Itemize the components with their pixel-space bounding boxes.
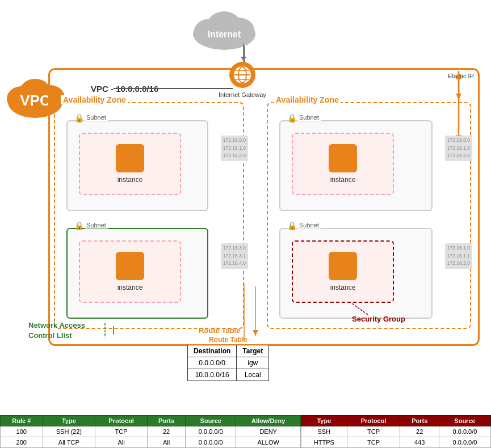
vpc-cidr-label: VPC - 10.0.0.0/16: [91, 84, 158, 94]
sg-col-header: Source: [439, 416, 491, 426]
sg-row: HTTPSTCP4430.0.0.0/0: [301, 437, 491, 448]
subnet-bottom-left: 🔒 Subnet instance 172.16.3.0 172.16.3.1 …: [66, 228, 208, 319]
sg-cell: TCP: [347, 426, 400, 437]
subnet-top-left: 🔒 Subnet instance 172.16.0.0 172.16.1.0 …: [66, 120, 208, 211]
nacl-cell: All TCP: [43, 437, 95, 448]
ip-labels-tr: 172.16.0.0 172.16.1.0 172.16.2.0: [445, 136, 472, 161]
ip-labels-tl: 172.16.0.0 172.16.1.0 172.16.2.0: [221, 136, 248, 161]
bottom-tables: Rule #TypeProtocolPortsSourceAllow/Deny …: [0, 415, 491, 448]
internet-label: Internet: [208, 29, 241, 39]
instance-box-br: instance: [292, 240, 394, 303]
nacl-row: 100SSH (22)TCP220.0.0.0/0DENY: [1, 426, 301, 437]
instance-label-bl: instance: [117, 284, 143, 291]
nacl-cell: 200: [1, 437, 43, 448]
nacl-cell: TCP: [95, 426, 148, 437]
nacl-col-header: Allow/Deny: [236, 416, 301, 426]
nacl-row: 200All TCPAllAll0.0.0.0/0ALLOW: [1, 437, 301, 448]
instance-box-tl: instance: [79, 133, 181, 195]
subnet-top-right: 🔒 Subnet instance 172.16.0.0 172.16.1.0 …: [279, 120, 433, 211]
route-table: Destination Target 0.0.0.0/0igw10.0.0.0/…: [187, 345, 269, 381]
lock-icon-bl: 🔒: [74, 221, 84, 230]
igw-label: Internet Gateway: [219, 91, 266, 98]
sg-col-header: Protocol: [347, 416, 400, 426]
subnet-label-bl: Subnet: [85, 222, 108, 229]
nacl-col-header: Protocol: [95, 416, 148, 426]
az-left: Availability Zone 🔒 Subnet instance 172.…: [54, 102, 244, 329]
sg-col-header: Type: [301, 416, 347, 426]
nacl-cell: All: [148, 437, 186, 448]
nacl-table: Rule #TypeProtocolPortsSourceAllow/Deny …: [0, 415, 301, 448]
nacl-col-header: Type: [43, 416, 95, 426]
igw-icon: [229, 61, 256, 88]
az-left-label: Availability Zone: [61, 95, 128, 104]
az-right: Availability Zone 🔒 Subnet instance 172.…: [267, 102, 471, 329]
instance-square-bl: [116, 252, 144, 280]
sg-col-header: Ports: [400, 416, 439, 426]
sg-cell: SSH: [301, 426, 347, 437]
sg-cell: 443: [400, 437, 439, 448]
ip-labels-bl: 172.16.3.0 172.16.3.1 172.16.4.0: [221, 243, 248, 269]
nacl-col-header: Source: [186, 416, 236, 426]
nacl-diagram-label: Network AccessControl Llist: [28, 320, 85, 341]
instance-square-br: [329, 252, 357, 280]
nacl-col-header: Ports: [148, 416, 186, 426]
elastic-ip-label: Elastic IP: [448, 73, 474, 79]
route-table-header: Route Table: [187, 336, 269, 344]
sg-diagram-label: Security Group: [352, 315, 405, 323]
nacl-cell: 22: [148, 426, 186, 437]
route-table-title: Route Table: [199, 326, 240, 336]
svg-marker-24: [241, 57, 246, 61]
lock-icon-tl: 🔒: [74, 113, 84, 122]
sg-section: TypeProtocolPortsSource SSHTCP220.0.0.0/…: [301, 415, 491, 448]
sg-cell: 0.0.0.0/0: [439, 426, 491, 437]
nacl-cell: SSH (22): [43, 426, 95, 437]
rt-col-target: Target: [237, 345, 269, 357]
lock-icon-tr: 🔒: [287, 113, 297, 122]
nacl-section: Rule #TypeProtocolPortsSourceAllow/Deny …: [0, 415, 301, 448]
nacl-cell: All: [95, 437, 148, 448]
sg-table: TypeProtocolPortsSource SSHTCP220.0.0.0/…: [301, 415, 491, 448]
rt-col-dest: Destination: [188, 345, 237, 357]
nacl-col-header: Rule #: [1, 416, 43, 426]
route-table-cell: 10.0.0.0/16: [188, 369, 237, 381]
internet-cloud: Internet: [187, 6, 261, 53]
vpc-label: VPC: [20, 92, 51, 109]
subnet-label-br: Subnet: [297, 222, 321, 229]
instance-label-tr: instance: [330, 176, 356, 184]
sg-cell: 22: [400, 426, 439, 437]
sg-cell: TCP: [347, 437, 400, 448]
ip-labels-br: 172.16.1.0 172.16.1.1 172.16.2.0: [445, 243, 472, 269]
instance-label-br: instance: [330, 284, 356, 291]
route-table-cell: 0.0.0.0/0: [188, 357, 237, 369]
diagram-area: Internet VPC VPC - 10.0.0.0/16 Internet …: [0, 0, 491, 346]
sg-cell: 0.0.0.0/0: [439, 437, 491, 448]
cloud-svg: Internet: [187, 6, 261, 51]
subnet-label-tl: Subnet: [85, 114, 108, 121]
nacl-cell: 0.0.0.0/0: [186, 426, 236, 437]
route-table-cell: igw: [237, 357, 269, 369]
nacl-cell: 100: [1, 426, 43, 437]
subnet-bottom-right: 🔒 Subnet instance 172.16.1.0 172.16.1.1 …: [279, 228, 433, 319]
instance-square-tl: [116, 144, 144, 172]
sg-row: SSHTCP220.0.0.0/0: [301, 426, 491, 437]
sg-cell: HTTPS: [301, 437, 347, 448]
route-table-cell: Local: [237, 369, 269, 381]
instance-label-tl: instance: [117, 176, 143, 184]
az-right-label: Availability Zone: [274, 95, 341, 104]
route-table-container: Route Table Destination Target 0.0.0.0/0…: [187, 336, 269, 381]
subnet-label-tr: Subnet: [297, 114, 321, 121]
instance-box-bl: instance: [79, 240, 181, 303]
instance-box-tr: instance: [292, 133, 394, 195]
nacl-cell: ALLOW: [236, 437, 301, 448]
nacl-cell: DENY: [236, 426, 301, 437]
lock-icon-br: 🔒: [287, 221, 297, 230]
instance-square-tr: [329, 144, 357, 172]
nacl-cell: 0.0.0.0/0: [186, 437, 236, 448]
igw-container: Internet Gateway: [219, 61, 266, 98]
